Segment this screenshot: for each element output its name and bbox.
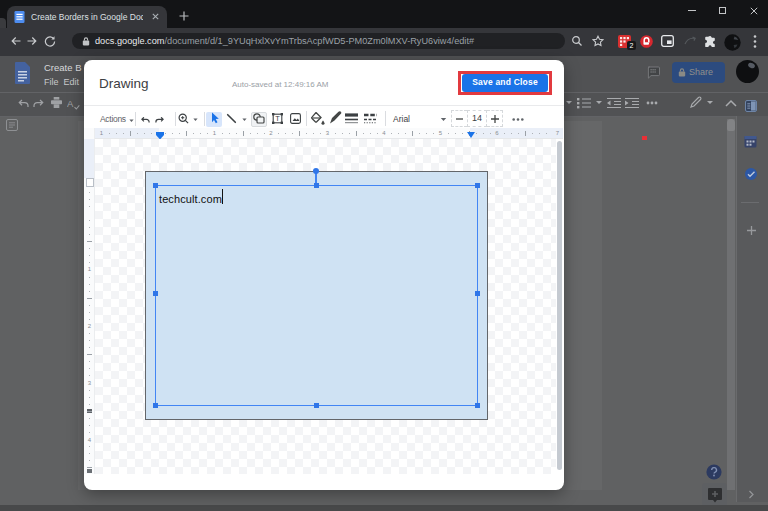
svg-text:T: T (275, 114, 280, 123)
svg-text:A: A (67, 98, 74, 109)
